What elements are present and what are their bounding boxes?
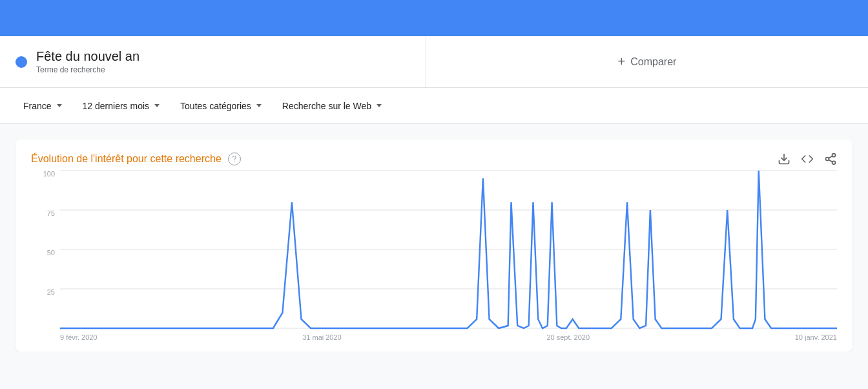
search-section: Fête du nouvel an Terme de recherche + C… — [0, 36, 868, 88]
filters-bar: France 12 derniers mois Toutes catégorie… — [0, 88, 868, 124]
chart-title: Évolution de l'intérêt pour cette recher… — [31, 153, 222, 165]
chart-container: 100 75 50 25 — [31, 171, 837, 352]
search-term-label: Terme de recherche — [36, 65, 140, 74]
filter-category[interactable]: Toutes catégories — [172, 97, 269, 115]
x-axis: 9 févr. 2020 31 mai 2020 20 sept. 2020 1… — [60, 328, 837, 352]
filter-period-label: 12 derniers mois — [83, 101, 150, 111]
chart-svg — [60, 171, 837, 328]
chevron-down-icon — [256, 104, 262, 107]
search-dot — [16, 56, 27, 68]
header-bar — [0, 0, 868, 36]
share-icon[interactable] — [824, 152, 837, 165]
y-label-75: 75 — [31, 210, 60, 217]
compare-panel[interactable]: + Comparer — [426, 36, 868, 87]
chart-card: Évolution de l'intérêt pour cette recher… — [16, 140, 852, 352]
search-term-text: Fête du nouvel an Terme de recherche — [36, 49, 140, 74]
x-label-feb: 9 févr. 2020 — [60, 333, 98, 341]
y-axis: 100 75 50 25 — [31, 171, 60, 328]
x-label-jan: 10 janv. 2021 — [795, 333, 837, 341]
embed-icon[interactable] — [801, 152, 814, 165]
y-label-50: 50 — [31, 249, 60, 257]
filter-region[interactable]: France — [16, 97, 70, 115]
filter-category-label: Toutes catégories — [180, 101, 251, 111]
compare-button[interactable]: + Comparer — [618, 54, 677, 69]
download-icon[interactable] — [778, 152, 790, 165]
chart-plot — [60, 171, 837, 328]
search-term-panel: Fête du nouvel an Terme de recherche — [0, 36, 426, 87]
search-term-value: Fête du nouvel an — [36, 49, 140, 64]
chart-title-area: Évolution de l'intérêt pour cette recher… — [31, 152, 241, 165]
x-label-sep: 20 sept. 2020 — [546, 333, 590, 341]
y-label-100: 100 — [31, 171, 60, 178]
chevron-down-icon — [154, 104, 160, 107]
main-content: Évolution de l'intérêt pour cette recher… — [0, 124, 868, 352]
x-label-may: 31 mai 2020 — [302, 333, 342, 341]
compare-plus-icon: + — [618, 54, 626, 69]
chevron-down-icon — [377, 104, 382, 107]
chart-header: Évolution de l'intérêt pour cette recher… — [31, 152, 837, 165]
filter-period[interactable]: 12 derniers mois — [75, 97, 168, 115]
chevron-down-icon — [57, 104, 62, 107]
chart-actions — [778, 152, 837, 165]
filter-search-type-label: Recherche sur le Web — [282, 101, 371, 111]
help-icon[interactable]: ? — [228, 152, 241, 165]
filter-region-label: France — [23, 101, 52, 111]
svg-line-5 — [829, 156, 832, 158]
compare-label: Comparer — [630, 56, 676, 68]
filter-search-type[interactable]: Recherche sur le Web — [274, 97, 389, 115]
svg-line-4 — [829, 160, 832, 162]
y-label-25: 25 — [31, 289, 60, 296]
